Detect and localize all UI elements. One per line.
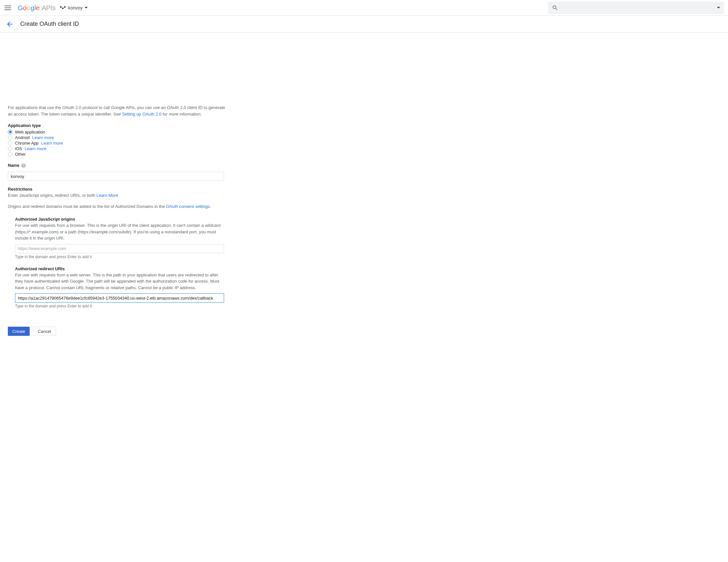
chevron-down-icon xyxy=(84,7,88,8)
radio-icon xyxy=(8,146,12,151)
top-bar: Google APIs konvoy xyxy=(0,0,728,16)
redirect-uris-title: Authorized redirect URIs xyxy=(15,266,227,271)
chevron-down-icon xyxy=(717,7,720,8)
app-type-label: Application type xyxy=(8,123,227,128)
form-content: For applications that use the OAuth 2.0 … xyxy=(0,33,235,344)
button-row: Create Cancel xyxy=(8,327,227,336)
name-label: Name ? xyxy=(8,163,227,168)
page-header: Create OAuth client ID xyxy=(0,16,728,33)
create-button[interactable]: Create xyxy=(8,327,30,336)
radio-ios[interactable]: iOS Learn more xyxy=(8,146,227,151)
logo-suffix: APIs xyxy=(42,4,55,12)
radio-other[interactable]: Other xyxy=(8,151,227,157)
redirect-uri-hint: Type in the domain and press Enter to ad… xyxy=(15,304,227,309)
domains-note: Origins and redirect domains must be add… xyxy=(8,203,227,210)
search-bar[interactable] xyxy=(548,2,724,14)
js-origins-title: Authorized JavaScript origins xyxy=(15,217,227,221)
cancel-button[interactable]: Cancel xyxy=(33,327,56,336)
hamburger-menu-icon[interactable] xyxy=(4,4,12,12)
project-picker[interactable]: konvoy xyxy=(60,5,88,10)
js-origins-desc: For use with requests from a browser. Th… xyxy=(15,222,224,241)
radio-web-application[interactable]: Web application xyxy=(8,129,227,135)
radio-icon xyxy=(8,152,12,157)
project-name: konvoy xyxy=(68,5,83,10)
js-origins-block: Authorized JavaScript origins For use wi… xyxy=(15,217,227,259)
radio-icon xyxy=(8,130,12,134)
google-apis-logo[interactable]: Google APIs xyxy=(18,4,55,12)
page-title: Create OAuth client ID xyxy=(20,21,79,27)
learn-more-link[interactable]: Learn more xyxy=(32,135,54,140)
radio-icon xyxy=(8,135,12,140)
restrictions-desc: Enter JavaScript origins, redirect URIs,… xyxy=(8,192,227,199)
name-input[interactable] xyxy=(8,172,224,181)
restrictions-title: Restrictions xyxy=(8,187,227,191)
redirect-uris-block: Authorized redirect URIs For use with re… xyxy=(15,266,227,309)
learn-more-link[interactable]: Learn More xyxy=(97,193,118,198)
js-origin-hint: Type in the domain and press Enter to ad… xyxy=(15,254,227,259)
redirect-uri-input[interactable] xyxy=(15,294,224,303)
radio-icon xyxy=(8,141,12,145)
consent-settings-link[interactable]: OAuth consent settings xyxy=(166,204,210,209)
intro-text: For applications that use the OAuth 2.0 … xyxy=(8,104,227,117)
back-arrow-icon[interactable] xyxy=(6,20,14,28)
learn-more-link[interactable]: Learn more xyxy=(25,146,46,151)
js-origin-input[interactable] xyxy=(15,244,224,253)
project-icon xyxy=(60,6,66,9)
search-icon xyxy=(552,5,558,11)
learn-more-link[interactable]: Learn more xyxy=(41,141,63,145)
help-icon[interactable]: ? xyxy=(21,163,26,168)
setup-oauth-link[interactable]: Setting up OAuth 2.0 xyxy=(122,112,161,116)
radio-android[interactable]: Android Learn more xyxy=(8,135,227,140)
redirect-uris-desc: For use with requests from a web server.… xyxy=(15,272,224,291)
radio-chrome-app[interactable]: Chrome App Learn more xyxy=(8,140,227,146)
